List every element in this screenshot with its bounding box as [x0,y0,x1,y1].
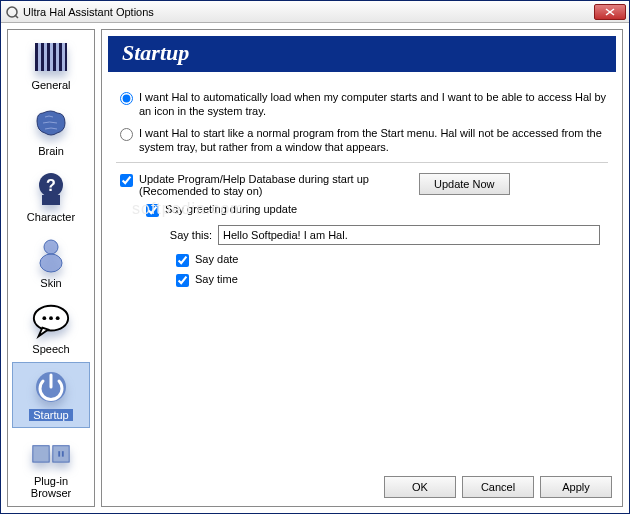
sidebar-item-general[interactable]: General [12,32,90,98]
sidebar-item-label: Skin [40,277,61,289]
radio-auto-load-label: I want Hal to automatically load when my… [139,90,608,118]
bars-icon [31,37,71,77]
svg-rect-5 [38,43,41,71]
question-head-icon: ? [31,169,71,209]
say-this-label: Say this: [156,229,212,241]
speech-bubble-icon [31,301,71,341]
footer-buttons: OK Cancel Apply [384,476,612,498]
close-button[interactable] [594,4,626,20]
svg-rect-25 [62,451,64,456]
window-title: Ultra Hal Assistant Options [23,6,154,18]
svg-rect-8 [56,43,59,71]
svg-rect-11 [42,195,60,205]
sidebar-item-startup[interactable]: Startup [12,362,90,428]
svg-rect-24 [58,451,60,456]
sidebar-item-label: General [31,79,70,91]
svg-point-20 [56,316,60,320]
sidebar-item-label: Brain [38,145,64,157]
radio-auto-load[interactable] [120,92,133,105]
sidebar-item-skin[interactable]: Skin [12,230,90,296]
checkbox-say-greeting[interactable] [146,204,159,217]
checkbox-say-greeting-label: Say greeting during update [165,203,297,215]
figure-icon [31,235,71,275]
checkbox-update-db[interactable] [120,174,133,187]
main-panel: Startup softpedia.com I want Hal to auto… [101,29,623,507]
panel-heading: Startup [108,36,616,72]
sidebar: General Brain ? [7,29,95,507]
apply-button[interactable]: Apply [540,476,612,498]
plugin-icon [31,433,71,473]
power-icon [31,367,71,407]
svg-rect-23 [53,446,69,462]
content-area: General Brain ? [1,23,629,513]
ok-button[interactable]: OK [384,476,456,498]
checkbox-say-date-label: Say date [195,253,238,265]
sidebar-item-label: Startup [29,409,72,421]
checkbox-update-db-label: Update Program/Help Database during star… [139,173,399,197]
radio-normal-start[interactable] [120,128,133,141]
sidebar-item-label: Character [27,211,75,223]
sidebar-item-speech[interactable]: Speech [12,296,90,362]
svg-rect-9 [62,43,65,71]
app-icon [5,5,19,19]
sidebar-item-plugin-browser[interactable]: Plug-in Browser [12,428,90,506]
sidebar-item-character[interactable]: ? Character [12,164,90,230]
svg-text:?: ? [46,177,56,194]
checkbox-say-date[interactable] [176,254,189,267]
update-now-button[interactable]: Update Now [419,173,510,195]
brain-icon [31,103,71,143]
sidebar-item-label: Speech [32,343,69,355]
say-this-input[interactable] [218,225,600,245]
svg-rect-6 [44,43,47,71]
radio-normal-start-label: I want Hal to start like a normal progra… [139,126,608,154]
svg-rect-22 [33,446,49,462]
svg-point-19 [49,316,53,320]
divider [116,162,608,163]
sidebar-item-brain[interactable]: Brain [12,98,90,164]
checkbox-say-time-label: Say time [195,273,238,285]
cancel-button[interactable]: Cancel [462,476,534,498]
svg-rect-7 [50,43,53,71]
svg-line-1 [15,15,18,18]
svg-point-18 [42,316,46,320]
sidebar-item-label: Plug-in Browser [31,475,71,499]
checkbox-say-time[interactable] [176,274,189,287]
titlebar: Ultra Hal Assistant Options [1,1,629,23]
